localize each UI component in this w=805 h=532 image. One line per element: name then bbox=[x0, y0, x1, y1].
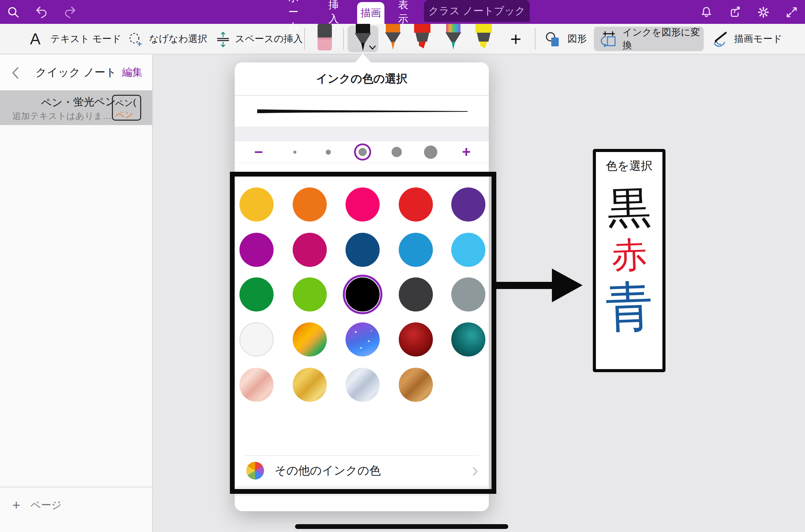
swatch-magenta[interactable] bbox=[239, 233, 274, 267]
popup-footer-strip bbox=[235, 486, 489, 496]
swatch-lava[interactable] bbox=[399, 322, 433, 356]
swatch-rose-gold[interactable] bbox=[239, 368, 274, 402]
swatch-yellow[interactable] bbox=[239, 187, 274, 222]
swatch-blue[interactable] bbox=[399, 233, 433, 267]
thickness-dot-5[interactable] bbox=[424, 146, 437, 159]
popup-callout-arrow bbox=[355, 54, 371, 63]
swatch-red[interactable] bbox=[399, 187, 433, 222]
share-icon[interactable] bbox=[729, 6, 742, 19]
onenote-app: ホーム 挿入 描画 表示 クラス ノートブック bbox=[0, 0, 805, 532]
yellow-highlighter-tool[interactable] bbox=[473, 24, 494, 51]
toolbar-divider bbox=[343, 28, 344, 50]
thickness-dot-3[interactable] bbox=[358, 148, 367, 156]
annotation-char-1: 黒 bbox=[595, 185, 663, 231]
text-mode-icon: A bbox=[30, 24, 41, 54]
annotation-color-box: 色を選択 黒赤青 bbox=[593, 149, 665, 372]
swatch-gold-glitter[interactable] bbox=[293, 322, 327, 356]
eraser-tool[interactable] bbox=[317, 24, 333, 51]
text-mode-button[interactable]: テキスト モード bbox=[50, 24, 121, 54]
more-ink-colors-row[interactable]: その他のインクの色 bbox=[235, 456, 489, 486]
thickness-dot-4[interactable] bbox=[392, 147, 402, 157]
add-pen-button[interactable]: + bbox=[506, 24, 525, 54]
thickness-dot-2[interactable] bbox=[326, 150, 331, 155]
chevron-down-icon[interactable] bbox=[368, 44, 377, 51]
draw-mode-button[interactable]: 描画モード bbox=[734, 24, 782, 54]
tab-class-notebook[interactable]: クラス ノートブック bbox=[424, 0, 530, 22]
thumbnail-ink-line2: ペン bbox=[115, 108, 134, 121]
annotation-char-3: 青 bbox=[595, 278, 663, 335]
tab-home[interactable]: ホーム bbox=[285, 0, 312, 24]
shapes-icon bbox=[545, 31, 561, 48]
thickness-row: − + bbox=[235, 141, 489, 163]
ink-color-popup: インクの色の選択 − + その他のインクの色 bbox=[235, 62, 489, 511]
swatch-navy[interactable] bbox=[346, 233, 380, 267]
tab-draw[interactable]: 描画 bbox=[357, 2, 384, 24]
sidebar-header: クイック ノート 編集 bbox=[0, 55, 152, 90]
color-wheel-icon bbox=[246, 462, 264, 480]
thickness-dot-1[interactable] bbox=[293, 151, 296, 154]
lasso-icon bbox=[128, 32, 143, 47]
page-list-item-selected[interactable]: ペン・蛍光ペン 追加テキストはありま… ペン( ペン bbox=[0, 90, 152, 125]
swatch-green[interactable] bbox=[239, 277, 274, 311]
swatch-silver[interactable] bbox=[346, 368, 380, 402]
draw-toolbar: A テキスト モード なげなわ選択 スペースの挿入 bbox=[0, 24, 805, 55]
annotation-arrow bbox=[494, 266, 584, 305]
redo-icon[interactable] bbox=[63, 6, 76, 19]
page-subtitle: 追加テキストはありま… bbox=[12, 110, 112, 122]
lasso-select-button[interactable]: なげなわ選択 bbox=[149, 24, 207, 54]
swatch-galaxy[interactable] bbox=[346, 322, 380, 356]
page-list-sidebar: クイック ノート 編集 ペン・蛍光ペン 追加テキストはありま… ペン( ペン +… bbox=[0, 55, 153, 532]
bell-icon[interactable] bbox=[700, 6, 713, 19]
swatch-pink[interactable] bbox=[346, 187, 380, 222]
annotation-box-title: 色を選択 bbox=[596, 158, 662, 174]
tab-view[interactable]: 表示 bbox=[395, 0, 419, 24]
draw-mode-icon bbox=[712, 31, 729, 48]
insert-space-icon bbox=[215, 31, 231, 48]
expand-icon[interactable] bbox=[785, 6, 798, 19]
tab-insert[interactable]: 挿入 bbox=[325, 0, 348, 24]
swatch-orange[interactable] bbox=[293, 187, 327, 222]
more-ink-colors-label: その他のインクの色 bbox=[275, 456, 381, 486]
sidebar-footer: + ページ bbox=[0, 487, 152, 532]
thickness-decrease-button[interactable]: − bbox=[248, 141, 269, 163]
swatch-bronze[interactable] bbox=[399, 368, 433, 402]
ink-to-shape-label: インクを図形に変換 bbox=[623, 27, 704, 51]
search-icon[interactable] bbox=[7, 6, 20, 19]
swatch-gold[interactable] bbox=[293, 368, 327, 402]
page-title: ペン・蛍光ペン bbox=[41, 94, 116, 110]
stroke-preview bbox=[235, 96, 489, 126]
gear-icon[interactable] bbox=[757, 6, 770, 19]
undo-icon[interactable] bbox=[35, 6, 48, 19]
chevron-right-icon bbox=[472, 467, 478, 476]
add-page-label: ページ bbox=[30, 498, 61, 512]
ink-to-shape-button[interactable]: インクを図形に変換 bbox=[594, 27, 704, 51]
swatch-black[interactable] bbox=[346, 277, 380, 311]
swatch-sky-blue[interactable] bbox=[451, 233, 485, 267]
thickness-band bbox=[235, 127, 489, 141]
page-thumbnail: ペン( ペン bbox=[112, 95, 141, 121]
top-app-bar: ホーム 挿入 描画 表示 クラス ノートブック bbox=[0, 0, 805, 24]
plus-icon: + bbox=[12, 498, 20, 513]
swatch-light-green[interactable] bbox=[293, 277, 327, 311]
add-page-button[interactable]: + ページ bbox=[12, 498, 62, 513]
swatch-dark-pink[interactable] bbox=[293, 233, 327, 267]
home-indicator[interactable] bbox=[295, 524, 508, 529]
annotation-char-2: 赤 bbox=[595, 236, 663, 274]
ink-to-shape-icon bbox=[601, 31, 618, 48]
edit-button[interactable]: 編集 bbox=[122, 55, 143, 90]
orange-pen-tool[interactable] bbox=[383, 24, 403, 51]
galaxy-pen-tool[interactable] bbox=[443, 24, 464, 51]
popup-title: インクの色の選択 bbox=[235, 62, 489, 96]
thickness-increase-button[interactable]: + bbox=[456, 141, 477, 163]
red-highlighter-tool[interactable] bbox=[412, 24, 433, 51]
swatch-white[interactable] bbox=[239, 322, 274, 356]
swatch-purple[interactable] bbox=[451, 187, 485, 222]
swatch-gray[interactable] bbox=[451, 277, 485, 311]
swatch-ocean[interactable] bbox=[451, 322, 485, 356]
swatch-dark-gray[interactable] bbox=[399, 277, 433, 311]
toolbar-divider bbox=[535, 28, 536, 50]
shapes-button[interactable]: 図形 bbox=[568, 24, 587, 54]
